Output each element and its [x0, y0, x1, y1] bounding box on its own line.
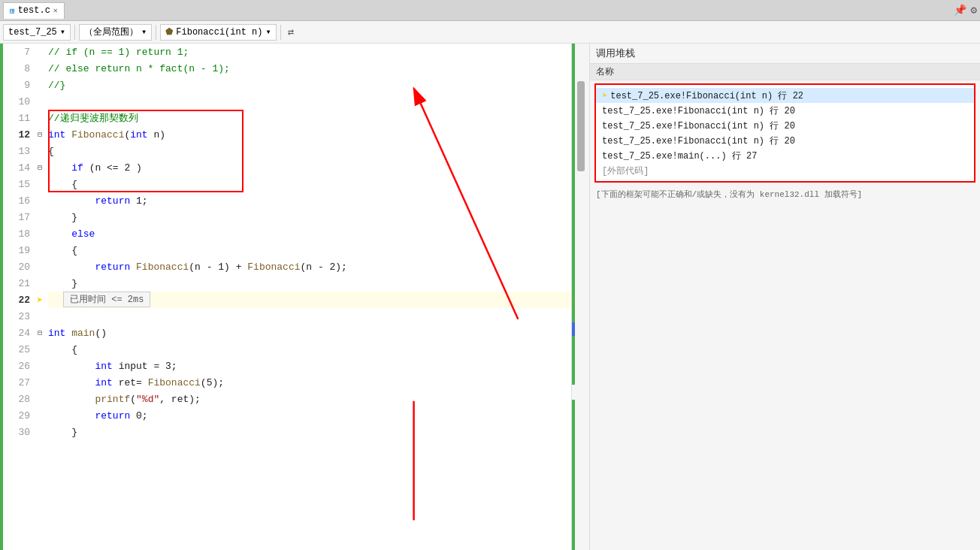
scroll-thumb[interactable] — [577, 81, 585, 171]
code-plain-24 — [65, 328, 71, 339]
gutter-14[interactable]: ⊟ — [35, 159, 45, 176]
green-left-bar — [0, 44, 3, 550]
code-str-28: "%d" — [136, 394, 159, 405]
code-line-10 — [48, 93, 571, 110]
code-line-25: { — [48, 341, 571, 358]
gutter-24[interactable]: ⊟ — [35, 325, 45, 341]
gutter-col: ⊟ ⊟ ➤ ⊟ — [35, 44, 48, 550]
context-dropdown[interactable]: （全局范围） ▾ — [79, 24, 152, 41]
scope-arrow-icon: ▾ — [60, 26, 65, 38]
code-text-15: { — [48, 179, 77, 190]
line-num-23: 23 — [3, 308, 35, 325]
line-num-20: 20 — [3, 258, 35, 275]
tab-close-button[interactable]: ✕ — [53, 6, 58, 15]
gutter-27 — [35, 374, 45, 391]
code-indent-20 — [48, 261, 95, 273]
line-num-18: 18 — [3, 225, 35, 242]
line-num-10: 10 — [3, 93, 35, 110]
function-dropdown[interactable]: ⬟ Fibonacci(int n) ▾ — [160, 24, 276, 41]
gutter-16 — [35, 192, 45, 209]
scope-dropdown[interactable]: test_7_25 ▾ — [3, 24, 71, 41]
toolbar-separator2 — [156, 25, 156, 40]
gutter-28 — [35, 391, 45, 407]
gutter-12[interactable]: ⊟ — [35, 126, 45, 143]
line-num-24: 24 — [3, 325, 35, 341]
code-line-19: { — [48, 242, 571, 258]
code-fn-20b: Fibonacci — [247, 261, 300, 273]
code-line-27: int ret= Fibonacci(5); — [48, 374, 571, 391]
file-tab[interactable]: ⊞ test.c ✕ — [3, 2, 65, 19]
line-num-26: 26 — [3, 358, 35, 374]
line-num-15: 15 — [3, 176, 35, 192]
swap-button[interactable]: ⇄ — [285, 24, 297, 40]
call-stack-label-0: test_7_25.exe!Fibonacci(int n) 行 22 — [610, 89, 803, 102]
code-kw-12b: int — [130, 129, 147, 141]
code-indent-28 — [48, 394, 95, 405]
call-stack-list: ➤ test_7_25.exe!Fibonacci(int n) 行 22 te… — [594, 83, 975, 183]
code-text-17: } — [48, 212, 77, 223]
gutter-8 — [35, 60, 45, 77]
gutter-13 — [35, 143, 45, 159]
code-plain-27b: (5); — [201, 377, 224, 388]
call-stack-item-5[interactable]: [外部代码] — [596, 163, 974, 178]
code-plain-27: ret= — [113, 377, 148, 388]
line-num-25: 25 — [3, 341, 35, 358]
code-indent-16 — [48, 195, 95, 207]
line-num-14: 14 — [3, 159, 35, 176]
call-stack-item-1[interactable]: test_7_25.exe!Fibonacci(int n) 行 20 — [596, 103, 974, 118]
function-arrow-icon: ▾ — [266, 26, 271, 38]
gutter-23 — [35, 308, 45, 325]
gutter-9 — [35, 77, 45, 93]
call-stack-item-2[interactable]: test_7_25.exe!Fibonacci(int n) 行 20 — [596, 118, 974, 133]
tab-label: test.c — [18, 5, 50, 16]
toolbar-separator3 — [280, 25, 281, 40]
code-plain-20a — [130, 261, 136, 273]
settings-icon[interactable]: ⚙ — [971, 4, 977, 17]
code-content-col: // if (n == 1) return 1; // else return … — [48, 44, 571, 550]
call-stack-item-3[interactable]: test_7_25.exe!Fibonacci(int n) 行 20 — [596, 133, 974, 148]
gutter-26 — [35, 358, 45, 374]
call-stack-item-4[interactable]: test_7_25.exe!main(...) 行 27 — [596, 148, 974, 163]
code-indent-29 — [48, 410, 95, 422]
code-plain-12: ( — [124, 129, 130, 141]
gutter-21 — [35, 275, 45, 292]
elapsed-tooltip: 已用时间 <= 2ms — [63, 292, 150, 307]
code-line-7: // if (n == 1) return 1; — [48, 44, 571, 60]
code-kw-20: return — [95, 261, 130, 273]
line-num-27: 27 — [3, 374, 35, 391]
call-stack-title: 调用堆栈 — [590, 44, 980, 64]
gutter-19 — [35, 242, 45, 258]
code-indent-27 — [48, 377, 95, 388]
call-stack-label-2: test_7_25.exe!Fibonacci(int n) 行 20 — [602, 119, 795, 132]
code-text-22 — [48, 295, 60, 306]
function-icon: ⬟ — [165, 26, 173, 38]
call-stack-note: [下面的框架可能不正确和/或缺失，没有为 kernel32.dll 加载符号] — [590, 186, 980, 203]
code-text-7: // if (n == 1) return 1; — [48, 47, 189, 58]
code-line-9: //} — [48, 77, 571, 93]
gutter-22: ➤ — [35, 292, 45, 308]
code-line-21: } — [48, 275, 571, 292]
code-line-24: int main() — [48, 325, 571, 341]
code-plain-28b: , ret); — [159, 394, 201, 405]
code-text-25: { — [48, 344, 77, 355]
code-kw-14: if — [71, 162, 83, 174]
gutter-25 — [35, 341, 45, 358]
call-stack-item-0[interactable]: ➤ test_7_25.exe!Fibonacci(int n) 行 22 — [596, 88, 974, 103]
code-text-13: { — [48, 146, 54, 157]
gutter-10 — [35, 93, 45, 110]
gutter-30 — [35, 424, 45, 440]
code-kw-18: else — [71, 228, 95, 240]
line-num-13: 13 — [3, 143, 35, 159]
line-num-12: 12 — [3, 126, 35, 143]
code-text-11: //递归斐波那契数列 — [48, 111, 138, 125]
pin-icon[interactable]: 📌 — [954, 4, 966, 17]
toolbar: test_7_25 ▾ （全局范围） ▾ ⬟ Fibonacci(int n) … — [0, 21, 980, 44]
code-plain-26: input = 3; — [113, 361, 177, 372]
gutter-15 — [35, 176, 45, 192]
minimap-green-bar-bottom — [572, 400, 575, 550]
line-numbers-col: 7 8 9 10 11 12 13 14 15 16 17 18 19 20 2… — [3, 44, 35, 550]
code-line-17: } — [48, 209, 571, 225]
line-num-7: 7 — [3, 44, 35, 60]
code-container: 7 8 9 10 11 12 13 14 15 16 17 18 19 20 2… — [0, 44, 589, 550]
code-kw-24: int — [48, 328, 65, 339]
